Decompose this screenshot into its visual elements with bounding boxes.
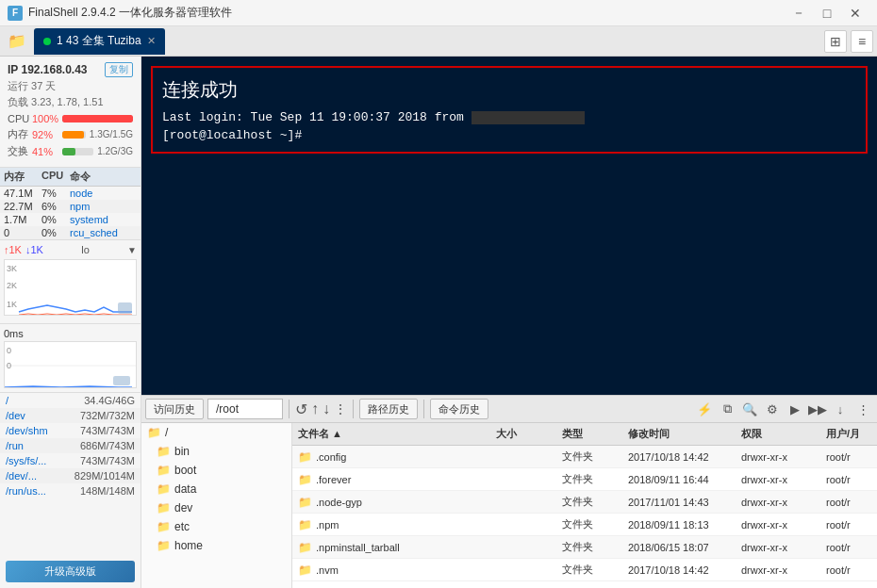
tree-label: data xyxy=(174,482,196,496)
file-row[interactable]: 📁 .npm 文件夹 2018/09/11 18:13 drwxr-xr-x r… xyxy=(292,514,877,536)
folder-icon[interactable]: 📁 xyxy=(4,28,30,55)
file-perm: drwxr-xr-x xyxy=(736,563,820,578)
file-header-perm[interactable]: 权限 xyxy=(736,423,820,445)
cmd-history-button[interactable]: 命令历史 xyxy=(430,399,488,419)
file-name-cell: 📁 .nvm xyxy=(292,562,490,579)
disk-row: /dev/... 829M/1014M xyxy=(0,468,141,483)
folder-icon: 📁 xyxy=(157,464,171,477)
file-type: 文件夹 xyxy=(556,561,622,579)
io-up-arrow: ↑1K xyxy=(4,244,22,255)
path-history-button[interactable]: 路径历史 xyxy=(359,399,418,419)
proc-cpu: 6% xyxy=(41,201,70,212)
file-header-user[interactable]: 用户/月 xyxy=(820,423,877,445)
scroll-down-icon[interactable]: ↓ xyxy=(830,399,851,419)
file-type: 文件夹 xyxy=(556,538,622,556)
file-size xyxy=(490,500,556,504)
copy-icon[interactable]: ⧉ xyxy=(717,399,737,419)
sidebar: IP 192.168.0.43 复制 运行 37 天 负载 3.23, 1.78… xyxy=(0,57,141,588)
tree-item-bin[interactable]: 📁 bin xyxy=(141,442,291,461)
terminal-box: 连接成功 Last login: Tue Sep 11 19:00:37 201… xyxy=(151,66,868,154)
file-perm: drwxr-xr-x xyxy=(736,472,820,487)
file-header-date[interactable]: 修改时间 xyxy=(622,423,736,445)
process-col-mem: 内存 xyxy=(4,170,41,184)
mem-bar-bg xyxy=(62,131,86,139)
file-size xyxy=(490,523,556,527)
latency-section: 0ms 0 0 xyxy=(0,323,141,392)
mem-label: 内存 xyxy=(8,127,28,141)
file-name: .config xyxy=(316,451,346,463)
mem-resource-row: 内存 92% 1.3G/1.5G xyxy=(8,127,133,141)
server-ip-row: IP 192.168.0.43 复制 xyxy=(8,62,133,77)
tab-close-button[interactable]: ✕ xyxy=(147,35,156,47)
folder-icon: 📁 xyxy=(157,482,171,496)
window-controls: － □ ✕ xyxy=(785,0,869,26)
svg-rect-7 xyxy=(113,376,130,385)
file-header-type[interactable]: 类型 xyxy=(556,423,622,445)
io-dropdown[interactable]: ▼ xyxy=(127,245,137,255)
tree-item-dev[interactable]: 📁 dev xyxy=(141,498,291,517)
lightning-icon[interactable]: ⚡ xyxy=(694,399,715,419)
search-icon[interactable]: 🔍 xyxy=(739,399,760,419)
disk-size: 148M/148M xyxy=(80,485,135,497)
file-row[interactable]: 📁 .npminstall_tarball 文件夹 2018/06/15 18:… xyxy=(292,536,877,559)
process-row: 47.1M 7% node xyxy=(0,187,141,200)
proc-cpu: 0% xyxy=(41,214,70,225)
maximize-button[interactable]: □ xyxy=(813,0,841,26)
proc-mem: 22.7M xyxy=(4,201,41,212)
disk-size: 34.4G/46G xyxy=(84,395,135,406)
io-chart: 3K 2K 1K xyxy=(4,259,137,316)
active-tab[interactable]: 1 43 全集 Tuziba ✕ xyxy=(34,28,165,55)
fast-forward-icon[interactable]: ▶▶ xyxy=(807,399,828,419)
list-view-icon[interactable]: ≡ xyxy=(851,30,873,53)
folder-icon: 📁 xyxy=(298,473,312,486)
more-icon[interactable]: ⋮ xyxy=(852,399,873,419)
cpu-resource-row: CPU 100% xyxy=(8,113,133,124)
io-section: ↑1K ↓1K lo ▼ 3K 2K 1K xyxy=(0,239,141,323)
file-header-name[interactable]: 文件名 ▲ xyxy=(292,423,490,445)
tree-item-etc[interactable]: 📁 etc xyxy=(141,517,291,536)
file-row[interactable]: 📁 .nvm 文件夹 2017/10/18 14:42 drwxr-xr-x r… xyxy=(292,559,877,581)
upgrade-button[interactable]: 升级高级版 xyxy=(6,561,135,582)
settings-icon[interactable]: ⚙ xyxy=(762,399,783,419)
file-row[interactable]: 📁 .node-gyp 文件夹 2017/11/01 14:43 drwxr-x… xyxy=(292,491,877,514)
file-user: root/r xyxy=(820,495,877,510)
folder-icon: 📁 xyxy=(157,445,171,458)
terminal-success-text: 连接成功 xyxy=(162,77,856,103)
io-interface-label: lo xyxy=(47,244,124,255)
visit-history-button[interactable]: 访问历史 xyxy=(145,399,204,419)
tree-item-boot[interactable]: 📁 boot xyxy=(141,461,291,480)
minimize-button[interactable]: － xyxy=(785,0,813,26)
disk-section: / 34.4G/46G /dev 732M/732M /dev/shm 743M… xyxy=(0,392,141,555)
file-name: .node-gyp xyxy=(316,497,362,508)
close-button[interactable]: ✕ xyxy=(841,0,869,26)
copy-ip-button[interactable]: 复制 xyxy=(105,62,133,77)
upload-icon[interactable]: ↑ xyxy=(311,400,319,417)
disk-row: /run/us... 148M/148M xyxy=(0,483,141,498)
file-user: root/r xyxy=(820,563,877,578)
more-transfer-icon[interactable]: ⋮ xyxy=(334,401,347,416)
file-name: .forever xyxy=(316,474,351,485)
file-row[interactable]: 📁 .config 文件夹 2017/10/18 14:42 drwxr-xr-… xyxy=(292,446,877,468)
play-icon[interactable]: ▶ xyxy=(785,399,805,419)
toolbar-right-icons: ⚡ ⧉ 🔍 ⚙ ▶ ▶▶ ↓ ⋮ xyxy=(694,399,873,419)
file-name: .npm xyxy=(316,519,339,531)
download-icon[interactable]: ↓ xyxy=(323,400,330,417)
file-name: .npminstall_tarball xyxy=(316,542,400,553)
terminal-area[interactable]: 连接成功 Last login: Tue Sep 11 19:00:37 201… xyxy=(141,57,877,395)
file-browser: 📁 / 📁 bin 📁 boot 📁 data 📁 dev xyxy=(141,423,877,588)
tree-item-home[interactable]: 📁 home xyxy=(141,536,291,555)
svg-text:1K: 1K xyxy=(7,300,17,309)
file-perm: drwxr-xr-x xyxy=(736,517,820,532)
file-user: root/r xyxy=(820,472,877,487)
file-header-size[interactable]: 大小 xyxy=(490,423,556,445)
tree-item-root[interactable]: 📁 / xyxy=(141,423,291,442)
file-row[interactable]: 📁 .forever 文件夹 2018/09/11 16:44 drwxr-xr… xyxy=(292,468,877,491)
folder-icon: 📁 xyxy=(157,520,171,533)
tree-item-data[interactable]: 📁 data xyxy=(141,480,291,498)
proc-cmd: rcu_sched xyxy=(70,227,137,238)
disk-size: 732M/732M xyxy=(80,410,135,421)
grid-view-icon[interactable]: ⊞ xyxy=(824,30,847,53)
refresh-icon[interactable]: ↺ xyxy=(295,400,307,418)
swap-resource-row: 交换 41% 1.2G/3G xyxy=(8,144,133,158)
file-list-header: 文件名 ▲ 大小 类型 修改时间 权限 用户/月 xyxy=(292,423,877,446)
